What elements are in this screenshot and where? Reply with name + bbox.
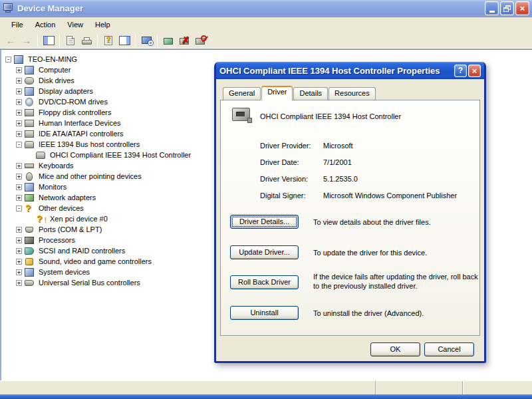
restore-button[interactable] xyxy=(500,1,514,15)
tree-item-label: Human Interface Devices xyxy=(37,118,122,128)
tree-item-label: IEEE 1394 Bus host controllers xyxy=(37,140,141,149)
dialog-help-button[interactable]: ? xyxy=(454,65,467,77)
expand-expander-icon[interactable]: + xyxy=(16,280,22,286)
tree-item-label: DVD/CD-ROM drives xyxy=(37,97,109,106)
menu-file[interactable]: File xyxy=(5,19,29,31)
expand-expander-icon[interactable]: + xyxy=(16,67,22,73)
ok-button[interactable]: OK xyxy=(370,342,420,356)
expand-expander-icon[interactable]: + xyxy=(16,237,22,243)
toolbar-separator xyxy=(59,35,60,47)
tab-details[interactable]: Details xyxy=(293,87,328,100)
computer-icon xyxy=(14,55,23,64)
properties-button[interactable] xyxy=(63,33,78,48)
uninstall-description: To uninstall the driver (Advanced). xyxy=(313,309,478,318)
toolbar-separator xyxy=(97,35,98,47)
status-bar xyxy=(0,380,532,394)
driver-provider-label: Driver Provider: xyxy=(260,142,323,150)
digital-signer-value: Microsoft Windows Component Publisher xyxy=(323,192,457,200)
ieee1394-icon xyxy=(25,140,34,149)
show-hide-console-tree-button[interactable] xyxy=(41,33,57,48)
expand-expander-icon[interactable]: + xyxy=(16,248,22,254)
expand-expander-icon[interactable]: + xyxy=(16,120,22,126)
dialog-close-button[interactable]: × xyxy=(468,65,481,77)
tree-item-label: Xen pci device #0 xyxy=(49,214,109,223)
show-hide-console-tree-icon xyxy=(43,36,55,45)
disk-drive-icon xyxy=(25,76,34,85)
menu-action[interactable]: Action xyxy=(29,19,62,31)
scan-for-hardware-changes-button[interactable] xyxy=(138,33,154,48)
collapse-expander-icon[interactable]: - xyxy=(5,57,11,63)
tree-item-label: Floppy disk controllers xyxy=(37,108,112,117)
expand-expander-icon[interactable]: + xyxy=(16,269,22,275)
expand-expander-icon[interactable]: + xyxy=(16,110,22,116)
update-driver-description: To update the driver for this device. xyxy=(313,248,478,257)
expand-expander-icon[interactable]: + xyxy=(16,163,22,169)
tree-item-label: System devices xyxy=(37,267,91,277)
expand-expander-icon[interactable]: + xyxy=(16,184,22,190)
tree-item-label: Other devices xyxy=(37,203,85,213)
expand-expander-icon[interactable]: + xyxy=(16,174,22,180)
dialog-body: General Driver Details Resources OHCI Co… xyxy=(216,79,484,361)
minimize-button[interactable] xyxy=(485,1,499,15)
dialog-title: OHCI Compliant IEEE 1394 Host Controller… xyxy=(219,66,453,76)
print-icon xyxy=(82,40,92,45)
status-section xyxy=(376,381,463,394)
forward-icon: → xyxy=(22,35,31,46)
digital-signer-label: Digital Signer: xyxy=(260,192,323,200)
help-button[interactable]: ? xyxy=(100,33,116,48)
update-driver-button[interactable]: Update Driver... xyxy=(230,245,299,259)
update-driver-icon xyxy=(164,38,173,45)
collapse-expander-icon[interactable]: - xyxy=(16,205,22,211)
print-button[interactable] xyxy=(78,33,94,48)
expand-expander-icon[interactable]: + xyxy=(16,195,22,201)
menu-view[interactable]: View xyxy=(61,19,89,31)
tree-item-label: Mice and other pointing devices xyxy=(37,172,143,181)
expand-expander-icon[interactable]: + xyxy=(16,99,22,105)
menu-help[interactable]: Help xyxy=(89,19,116,31)
tab-driver[interactable]: Driver xyxy=(261,86,293,100)
expand-expander-icon[interactable]: + xyxy=(16,259,22,265)
collapse-expander-icon[interactable]: - xyxy=(16,142,22,148)
device-name: OHCI Compliant IEEE 1394 Host Controller xyxy=(260,112,401,120)
disable-button[interactable] xyxy=(192,33,208,48)
expand-expander-icon[interactable]: + xyxy=(16,227,22,233)
uninstall-button[interactable]: ✗ xyxy=(176,33,192,48)
ports-icon xyxy=(25,225,34,234)
window-titlebar: Device Manager × xyxy=(0,0,532,17)
close-button[interactable]: × xyxy=(515,1,529,15)
help-icon: ? xyxy=(104,36,112,45)
tab-resources[interactable]: Resources xyxy=(329,87,376,100)
driver-date-value: 7/1/2001 xyxy=(323,158,352,166)
forward-button[interactable]: → xyxy=(19,33,35,48)
tab-general[interactable]: General xyxy=(223,87,261,100)
floppy-controller-icon xyxy=(25,108,34,117)
tree-item-label: Network adapters xyxy=(37,193,97,202)
driver-version-label: Driver Version: xyxy=(260,175,323,183)
uninstall-button[interactable]: Uninstall xyxy=(230,306,299,320)
tree-item-label: SCSI and RAID controllers xyxy=(37,246,126,255)
properties-icon xyxy=(66,36,74,45)
minimize-icon xyxy=(489,11,495,13)
unknown-device-warning-icon: ?! xyxy=(36,215,45,223)
monitor-icon xyxy=(25,183,34,192)
expand-expander-icon[interactable]: + xyxy=(16,88,22,94)
tree-item-label: Computer xyxy=(37,65,72,74)
roll-back-driver-button[interactable]: Roll Back Driver xyxy=(230,275,299,289)
show-hide-action-pane-button[interactable] xyxy=(116,33,132,48)
driver-provider-value: Microsoft xyxy=(323,142,353,150)
device-manager-window: Device Manager × File Action View Help ←… xyxy=(0,0,532,399)
sound-controller-icon xyxy=(25,257,34,266)
network-adapter-icon xyxy=(25,194,34,202)
cancel-button[interactable]: Cancel xyxy=(424,342,474,356)
update-driver-button[interactable] xyxy=(160,33,176,48)
mouse-icon xyxy=(25,172,34,181)
usb-controller-icon xyxy=(25,279,34,287)
hid-icon xyxy=(25,119,34,128)
expand-expander-icon[interactable]: + xyxy=(16,78,22,84)
driver-details-button[interactable]: Driver Details... xyxy=(230,215,299,229)
tree-item-label: Processors xyxy=(37,235,76,245)
toolbar-separator xyxy=(157,35,158,47)
back-button[interactable]: ← xyxy=(3,33,19,48)
expand-expander-icon[interactable]: + xyxy=(16,131,22,137)
tree-item-label: Ports (COM & LPT) xyxy=(37,225,103,234)
